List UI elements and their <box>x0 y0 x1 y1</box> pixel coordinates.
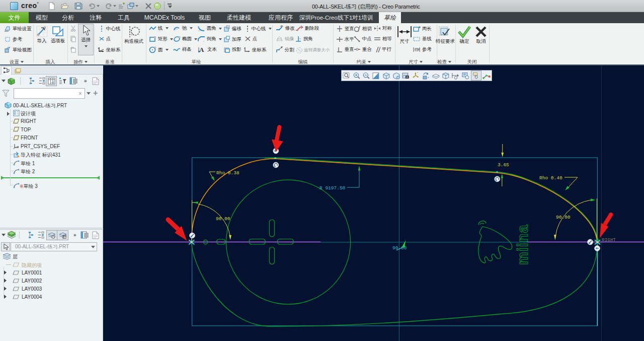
svg-text:Rho 0.40: Rho 0.40 <box>539 175 562 181</box>
svg-text:REF: REF <box>416 48 420 51</box>
svg-text:R 9197.50: R 9197.50 <box>319 185 346 191</box>
svg-text:miina: miina <box>515 224 531 265</box>
svg-text:90.00: 90.00 <box>556 215 571 220</box>
svg-text:Rho 0.38: Rho 0.38 <box>216 170 239 176</box>
svg-text:A: A <box>199 46 204 53</box>
svg-text:*: * <box>417 72 419 75</box>
svg-text:90.00: 90.00 <box>216 216 230 222</box>
svg-text:3.65: 3.65 <box>498 162 509 168</box>
